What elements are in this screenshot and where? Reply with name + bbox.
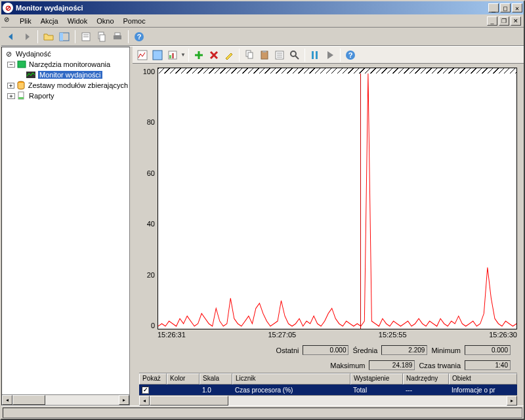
tree-pane: ⊘ Wydajność − Narzędzia monitorowania Mo… (1, 47, 130, 406)
col-object[interactable]: Obiekt (449, 373, 517, 385)
svg-point-29 (291, 51, 296, 56)
titlebar[interactable]: ⊘ Monitor wydajności _ □ ✕ (1, 1, 524, 14)
tree-scrollbar[interactable]: ◂ ▸ (2, 394, 129, 405)
main-toolbar: ? (1, 28, 524, 46)
minimize-button[interactable]: _ (488, 3, 499, 12)
view-histogram-button[interactable] (150, 48, 165, 62)
svg-rect-19 (169, 55, 171, 58)
content-pane: ▼ ? 100806040200 (133, 47, 524, 406)
statusbar (1, 406, 524, 419)
scroll-left-button[interactable]: ◂ (139, 396, 150, 406)
y-axis: 100806040200 (139, 68, 158, 329)
back-button[interactable] (4, 30, 18, 44)
close-button[interactable]: ✕ (512, 3, 522, 12)
svg-line-30 (295, 56, 299, 59)
counter-row[interactable]: ✓ 1.0 Czas procesora (%) Total --- Infor… (139, 385, 517, 395)
stat-max-value: 24.189 (369, 360, 415, 370)
nav-tree[interactable]: ⊘ Wydajność − Narzędzia monitorowania Mo… (2, 47, 129, 394)
scroll-thumb[interactable] (12, 395, 45, 405)
stat-max-label: Maksimum (330, 362, 365, 369)
col-scale[interactable]: Skala (200, 373, 232, 385)
chart-plot[interactable] (158, 68, 517, 329)
svg-rect-7 (114, 35, 121, 39)
counter-scrollbar[interactable]: ◂ ▸ (139, 395, 517, 406)
highlight-button[interactable] (222, 48, 236, 62)
svg-rect-17 (153, 51, 162, 60)
show-hide-tree-button[interactable] (57, 30, 72, 44)
menu-action[interactable]: Akcja (37, 16, 62, 26)
dropdown-arrow-icon[interactable]: ▼ (180, 52, 186, 58)
database-icon (16, 81, 26, 90)
collapse-icon[interactable]: − (7, 62, 15, 68)
col-parent[interactable]: Nadrzędny (403, 373, 449, 385)
show-checkbox[interactable]: ✓ (142, 387, 149, 394)
add-counter-button[interactable] (192, 48, 206, 62)
scroll-thumb[interactable] (150, 396, 228, 406)
scroll-right-button[interactable]: ▸ (507, 396, 517, 406)
chart-svg (158, 74, 516, 329)
mdi-close-button[interactable]: ✕ (511, 16, 521, 26)
view-report-button[interactable] (165, 48, 180, 62)
print-button[interactable] (110, 30, 125, 44)
mdi-minimize-button[interactable]: _ (487, 16, 497, 26)
svg-rect-1 (60, 33, 63, 41)
stat-dur-label: Czas trwania (419, 362, 461, 369)
menu-file[interactable]: Plik (16, 16, 35, 26)
chart-properties-button[interactable] (272, 48, 287, 62)
stat-min-value: 0.000 (465, 345, 511, 355)
svg-rect-20 (172, 53, 174, 58)
delete-counter-button[interactable] (207, 48, 221, 62)
system-menu-icon[interactable]: ⊘ (4, 16, 14, 26)
chart-toolbar: ▼ ? (133, 47, 524, 64)
col-instance[interactable]: Wystąpienie (350, 373, 403, 385)
maximize-button[interactable]: □ (500, 3, 511, 12)
expand-icon[interactable]: + (7, 83, 14, 89)
open-button[interactable] (41, 30, 56, 44)
menu-window[interactable]: Okno (93, 16, 117, 26)
paste-button[interactable] (257, 48, 272, 62)
properties-button[interactable] (79, 30, 93, 44)
perf-icon: ⊘ (3, 49, 14, 58)
window-title: Monitor wydajności (16, 4, 83, 12)
scroll-right-button[interactable]: ▸ (119, 395, 129, 405)
stat-min-label: Minimum (431, 346, 461, 354)
app-icon: ⊘ (3, 3, 13, 13)
scroll-left-button[interactable]: ◂ (2, 395, 12, 405)
expand-icon[interactable]: + (7, 93, 15, 99)
chart-help-button[interactable]: ? (343, 48, 358, 62)
mdi-restore-button[interactable]: ❐ (499, 16, 509, 26)
stat-avg-value: 2.209 (381, 345, 427, 355)
tree-tools[interactable]: − Narzędzia monitorowania (3, 59, 128, 70)
update-button[interactable] (323, 48, 337, 62)
chart-header-hatch (158, 68, 516, 74)
tree-datacollectors[interactable]: + Zestawy modułów zbierających (3, 80, 128, 91)
tree-perfmon[interactable]: Monitor wydajności (3, 70, 128, 80)
forward-button[interactable] (20, 30, 34, 44)
tree-root[interactable]: ⊘ Wydajność (3, 49, 128, 59)
tree-reports[interactable]: + Raporty (3, 91, 128, 101)
svg-text:?: ? (137, 33, 142, 41)
menu-view[interactable]: Widok (64, 16, 92, 26)
svg-text:?: ? (348, 51, 353, 59)
export-button[interactable] (94, 30, 109, 44)
counter-list: Pokaż Kolor Skala Licznik Wystąpienie Na… (139, 373, 517, 406)
help-button[interactable]: ? (132, 30, 146, 44)
counter-header: Pokaż Kolor Skala Licznik Wystąpienie Na… (139, 373, 517, 385)
svg-rect-32 (316, 51, 318, 59)
report-icon (16, 91, 27, 100)
stat-dur-value: 1:40 (465, 360, 511, 370)
copy-button[interactable] (242, 48, 257, 62)
menu-help[interactable]: Pomoc (119, 16, 150, 26)
col-show[interactable]: Pokaż (139, 373, 167, 385)
zoom-button[interactable] (287, 48, 302, 62)
stat-avg-label: Średnia (352, 346, 377, 354)
tools-icon (16, 60, 27, 69)
svg-rect-11 (18, 61, 26, 68)
freeze-button[interactable] (308, 48, 322, 62)
svg-rect-8 (115, 33, 120, 35)
col-counter[interactable]: Licznik (232, 373, 350, 385)
body: ⊘ Wydajność − Narzędzia monitorowania Mo… (1, 46, 524, 406)
col-color[interactable]: Kolor (167, 373, 200, 385)
x-axis: 15:26:31 15:27:05 15:25:55 15:26:30 (139, 329, 517, 343)
view-chart-button[interactable] (135, 48, 150, 62)
